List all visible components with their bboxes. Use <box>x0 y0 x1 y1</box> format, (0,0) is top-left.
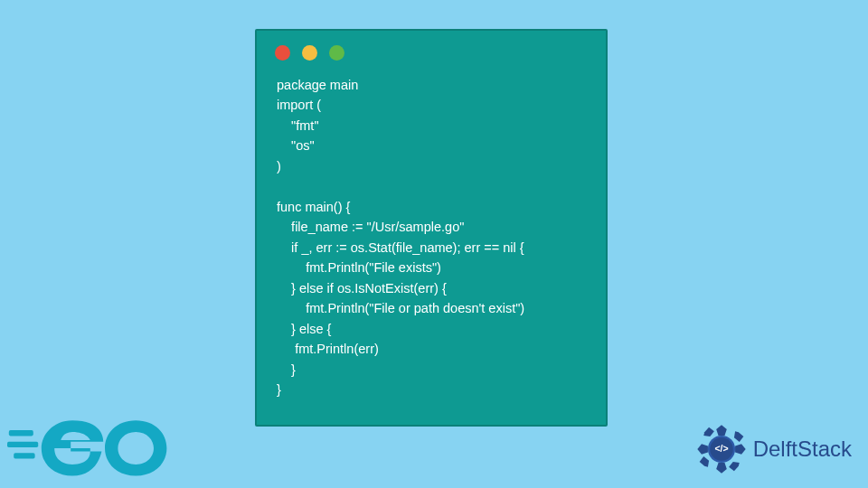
minimize-icon <box>302 45 317 61</box>
go-logo <box>7 412 170 483</box>
maximize-icon <box>329 45 344 61</box>
svg-rect-1 <box>7 442 38 447</box>
svg-rect-0 <box>9 430 33 436</box>
svg-rect-2 <box>14 453 34 458</box>
svg-text:</>: </> <box>714 444 728 454</box>
delftstack-text: DelftStack <box>753 436 852 462</box>
code-window: package main import ( "fmt" "os" ) func … <box>255 29 608 427</box>
code-snippet: package main import ( "fmt" "os" ) func … <box>257 70 606 418</box>
delftstack-logo: </> DelftStack <box>695 423 852 475</box>
close-icon <box>275 45 290 61</box>
delftstack-badge-icon: </> <box>695 423 748 475</box>
window-traffic-lights <box>257 31 606 70</box>
